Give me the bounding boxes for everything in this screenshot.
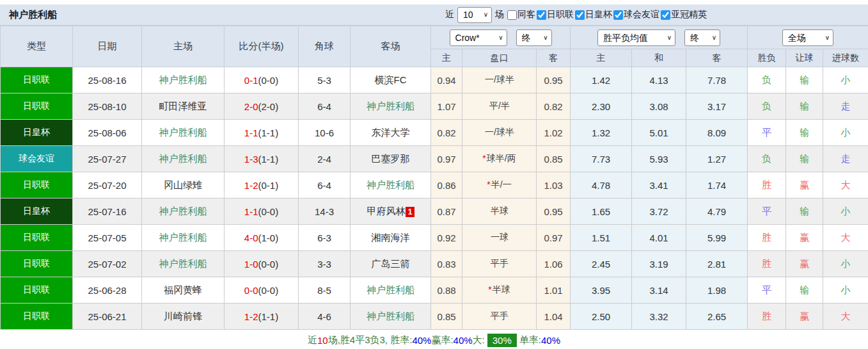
score-cell: 0-0(0-0) [225,277,299,304]
footer-segment-3: 40% [412,335,431,346]
away-team[interactable]: 湘南海洋 [372,232,410,243]
home-team[interactable]: 川崎前锋 [164,311,202,321]
home-team[interactable]: 神户胜利船 [159,232,207,243]
away-cell[interactable]: 湘南海洋 [351,225,431,251]
asian-cell: 输 [786,277,823,304]
odds-home: 0.94 [431,67,462,93]
league-filter-0-checkbox[interactable] [537,10,546,20]
scope-select[interactable]: 全场 [782,29,833,46]
home-cell[interactable]: 町田泽维亚 [142,93,225,120]
score-ht: (1-0) [258,232,279,243]
avg-lose: 1.98 [686,277,748,304]
away-team[interactable]: 神户胜利船 [367,311,414,321]
away-cell[interactable]: 横滨FC [351,67,431,93]
home-cell[interactable]: 神户胜利船 [142,199,225,225]
away-team[interactable]: 神户胜利船 [367,101,414,111]
same-opponent-filter-checkbox[interactable] [507,10,517,20]
score-cell: 1-2(0-1) [225,172,299,199]
col-header-away: 客场 [351,26,431,67]
home-cell[interactable]: 神户胜利船 [142,146,225,172]
result-cell: 胜 [748,304,786,330]
league-filter-1[interactable]: 日皇杯 [575,9,612,20]
league-filter-2-checkbox[interactable] [613,10,623,20]
big-rate-badge: 30% [487,334,517,347]
avg-win: 1.32 [571,120,632,146]
away-team[interactable]: 横滨FC [375,74,407,85]
corner-score: 8-5 [299,277,351,304]
league-filter-3-checkbox[interactable] [661,10,670,20]
league-filter-0[interactable]: 日职联 [537,9,574,20]
odds-company-select[interactable]: Crow* [450,29,507,46]
handicap-name: 平手 [491,258,509,268]
handicap-cell: 一/球半 [462,67,537,93]
avg-win: 1.51 [571,225,632,251]
home-team[interactable]: 冈山绿雉 [164,179,202,190]
home-cell[interactable]: 福冈黄蜂 [142,277,225,304]
avg-stage-select[interactable]: 终 [684,29,720,46]
away-team[interactable]: 巴塞罗那 [372,153,410,164]
away-team[interactable]: 甲府风林 [367,206,405,216]
away-cell[interactable]: 广岛三箭 [351,251,431,277]
handicap-cell: 平手 [462,251,537,277]
away-cell[interactable]: 神户胜利船 [351,172,431,199]
away-team[interactable]: 神户胜利船 [367,284,414,295]
away-cell[interactable]: 甲府风林1 [351,199,431,225]
home-cell[interactable]: 神户胜利船 [142,225,225,251]
corner-score: 4-6 [299,304,351,330]
league-filter-0-label: 日职联 [547,9,574,20]
league-badge: 日职联 [1,93,73,120]
home-cell[interactable]: 神户胜利船 [142,120,225,146]
match-date: 25-06-21 [73,304,142,330]
odds-home: 0.82 [431,120,462,146]
avg-select-group: 胜平负均值 ∨ 终 ∨ [571,26,748,49]
table-row: 日职联 25-06-21 川崎前锋 1-2(1-1) 4-6 神户胜利船 0.8… [1,304,868,330]
away-team[interactable]: 东洋大学 [372,127,410,138]
away-cell[interactable]: 神户胜利船 [351,304,431,330]
league-filter-2[interactable]: 球会友谊 [613,9,659,20]
home-cell[interactable]: 川崎前锋 [142,304,225,330]
league-filter-1-checkbox[interactable] [575,10,585,20]
home-team[interactable]: 神户胜利船 [159,153,207,164]
avg-draw: 4.01 [632,225,686,251]
same-opponent-filter[interactable]: 同客 [507,9,535,20]
avg-draw: 3.19 [632,251,686,277]
home-cell[interactable]: 神户胜利船 [142,67,225,93]
avg-type-select[interactable]: 胜平负均值 [597,29,675,46]
home-team[interactable]: 神户胜利船 [159,206,207,216]
goals-cell: 大 [823,172,868,199]
league-badge: 球会友谊 [1,146,73,172]
away-team[interactable]: 广岛三箭 [372,258,410,269]
home-team[interactable]: 神户胜利船 [159,74,207,85]
home-cell[interactable]: 冈山绿雉 [142,172,225,199]
handicap-cell: 平手 [462,304,537,330]
avg-win: 2.50 [571,304,632,330]
match-count-select[interactable]: 10 [457,7,492,23]
home-team[interactable]: 町田泽维亚 [159,101,207,111]
odds-stage-select[interactable]: 终 [516,29,552,46]
result-cell: 平 [748,120,786,146]
avg-win: 2.45 [571,251,632,277]
away-team[interactable]: 神户胜利船 [367,179,414,190]
avg-win: 1.65 [571,199,632,225]
home-team[interactable]: 神户胜利船 [159,258,207,269]
home-team[interactable]: 神户胜利船 [159,127,207,138]
avg-win: 1.42 [571,67,632,93]
home-cell[interactable]: 神户胜利船 [142,251,225,277]
footer-segment-5: 40% [454,335,473,346]
odds-away: 0.95 [537,199,571,225]
league-filter-3[interactable]: 亚冠精英 [661,9,707,20]
match-date: 25-06-28 [73,277,142,304]
odds-away: 1.01 [537,277,571,304]
home-team[interactable]: 福冈黄蜂 [164,284,202,295]
avg-lose: 2.65 [686,304,748,330]
avg-lose: 1.74 [686,172,748,199]
sub-header-asian: 让球 [786,49,823,67]
goals-cell: 大 [823,304,868,330]
goals-cell: 大 [823,225,868,251]
away-cell[interactable]: 神户胜利船 [351,93,431,120]
summary-footer: 近10场,胜4平3负3, 胜率:40% 赢率:40% 大:30% 单率:40% [0,330,868,349]
away-cell[interactable]: 东洋大学 [351,120,431,146]
away-cell[interactable]: 神户胜利船 [351,277,431,304]
sub-header-handicap: 盘口 [462,49,537,67]
away-cell[interactable]: 巴塞罗那 [351,146,431,172]
